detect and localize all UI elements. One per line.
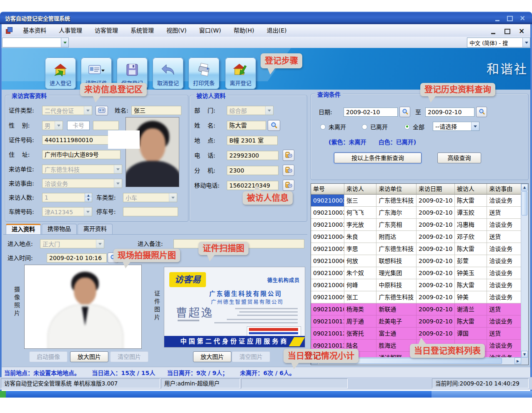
cell-unit[interactable]: 广东海尔 — [376, 207, 417, 219]
read-card-button[interactable] — [95, 106, 108, 115]
leave-register-button[interactable]: 离开登记 — [225, 58, 256, 89]
cell-visitor[interactable]: 朱个奴 — [344, 267, 377, 279]
cell-date[interactable]: 2009-02-10 — [417, 291, 455, 303]
card-no-input[interactable] — [93, 121, 119, 130]
cell-order-no[interactable]: 090210007 — [311, 267, 344, 279]
tab-leave-info[interactable]: 离开资料 — [78, 224, 113, 234]
cell-visitor[interactable]: 周于通 — [344, 315, 377, 328]
cell-unit[interactable]: 附而达 — [376, 231, 417, 243]
menu-basic-data[interactable]: 基本资料 — [17, 24, 53, 37]
header-date[interactable]: 来访日期 — [417, 184, 455, 195]
cell-date[interactable]: 2009-02-10 — [417, 219, 455, 231]
cell-order-no[interactable]: 090210012 — [311, 328, 344, 340]
cell-host[interactable]: 谭国 — [455, 328, 487, 340]
cell-unit[interactable]: 广东德生科技 — [376, 195, 417, 207]
cell-unit[interactable]: 广东德生科技 — [376, 291, 417, 303]
cell-host[interactable]: 陈大雷 — [455, 279, 487, 291]
cert-no-input[interactable]: 4401111980010 — [42, 135, 118, 145]
chevron-down-icon[interactable] — [61, 38, 68, 47]
location-input[interactable]: B幢 2301 室 — [227, 136, 278, 145]
tab-carried-items[interactable]: 携带物品 — [42, 224, 77, 234]
cell-reason[interactable]: 洽谈业务 — [487, 255, 521, 267]
table-row[interactable]: 090210011 周于通 赴美电子 2009-02-10 陈大雷 洽谈业务 — [311, 315, 521, 328]
gender-combo[interactable]: 男 — [42, 121, 63, 130]
menu-view[interactable]: 视图(V) — [160, 24, 193, 37]
phone-input[interactable]: 22992300 — [227, 151, 279, 160]
cell-reason[interactable]: 洽谈业务 — [487, 219, 521, 231]
cell-host[interactable]: 谭玉姣 — [455, 207, 487, 219]
search-host-button[interactable] — [268, 120, 280, 131]
mdi-restore-button[interactable] — [504, 28, 511, 34]
dial-phone-button[interactable] — [283, 150, 294, 161]
chevron-down-icon[interactable] — [55, 121, 63, 130]
table-row[interactable]: 090210006 何放 联想科技 2009-02-10 彭萱 洽谈业务 — [311, 255, 521, 267]
language-combo[interactable]: 中文 (简体) - 搜 — [467, 38, 530, 48]
cell-reason[interactable]: 洽谈业务 — [487, 243, 521, 255]
table-row[interactable]: 090210003 李光放 广东亮相 2009-02-10 冯惠梅 洽谈业务 — [311, 219, 521, 231]
requery-button[interactable]: 按以上条件重新查询 — [334, 153, 422, 163]
start-camera-button[interactable]: 启动摄像 — [29, 351, 68, 362]
plate-no-combo[interactable]: 津A12345 — [42, 207, 92, 216]
cert-type-combo[interactable]: 二代身份证 — [42, 106, 92, 115]
cell-host[interactable]: 冯惠梅 — [455, 219, 487, 231]
vertical-scrollbar[interactable]: ▲ ▼ — [521, 184, 528, 358]
table-row[interactable]: 090210004 朱良 附而达 2009-02-10 邓子欣 送货 — [311, 231, 521, 243]
parking-no-input[interactable] — [123, 207, 178, 216]
cell-date[interactable]: 2009-02-10 — [417, 303, 455, 315]
cell-unit[interactable]: 中原科技 — [376, 279, 417, 291]
cell-visitor[interactable]: 何飞飞 — [344, 207, 377, 219]
send-sms-button[interactable] — [283, 180, 294, 191]
cell-unit[interactable]: 新联通 — [376, 303, 417, 315]
entry-location-combo[interactable]: 正大门 — [40, 239, 104, 248]
scroll-right-icon[interactable]: ▶ — [514, 358, 521, 364]
clear-card-button[interactable]: 清空图片 — [232, 351, 270, 362]
cell-unit[interactable]: 理光集团 — [376, 267, 417, 279]
visitor-name-input[interactable]: 张三 — [131, 106, 181, 115]
tab-entry-info[interactable]: 进入资料 — [6, 224, 41, 234]
date-to-input[interactable]: 2009-02-10 — [425, 108, 474, 117]
cell-visitor[interactable]: 朱良 — [344, 231, 377, 243]
restore-button[interactable] — [506, 15, 514, 21]
chevron-down-icon[interactable] — [84, 106, 92, 115]
cell-order-no[interactable]: 090210006 — [311, 255, 344, 267]
print-receipt-button[interactable]: 打印凭条 — [188, 58, 219, 89]
cell-host[interactable]: 彭萱 — [455, 255, 487, 267]
cell-host[interactable]: 陈大雷 — [455, 243, 487, 255]
entry-time-input[interactable]: 2009-02-10 10:16 — [47, 253, 107, 263]
visit-reason-combo[interactable]: 洽谈业务 — [42, 179, 122, 188]
menu-system[interactable]: 系统管理 — [124, 24, 160, 37]
chevron-down-icon[interactable] — [522, 38, 530, 47]
cell-reason[interactable]: 洽谈业务 — [487, 340, 521, 352]
clear-photo-button[interactable]: 清空图片 — [110, 351, 148, 362]
cell-order-no[interactable]: 090210011 — [311, 315, 344, 328]
cell-reason[interactable]: 洽谈业务 — [487, 352, 521, 358]
cell-visitor[interactable]: 张三 — [344, 195, 377, 207]
date-from-picker-button[interactable] — [399, 107, 410, 117]
ext-input[interactable]: 2300 — [227, 166, 279, 175]
chevron-down-icon[interactable] — [114, 179, 122, 188]
cell-host[interactable]: 陈大雷 — [455, 195, 487, 207]
radio-left[interactable] — [362, 124, 367, 130]
enter-register-button[interactable]: 进入登记 — [45, 58, 76, 89]
header-visitor[interactable]: 来访人 — [344, 184, 377, 195]
cell-date[interactable]: 2009-02-10 — [417, 315, 455, 328]
cell-unit[interactable]: 联想科技 — [376, 255, 417, 267]
cell-visitor[interactable]: 何放 — [344, 255, 377, 267]
cell-date[interactable]: 2009-02-10 — [417, 231, 455, 243]
mobile-input[interactable]: 15602210349 — [227, 181, 279, 190]
cell-date[interactable]: 2009-02-10 — [417, 195, 455, 207]
advanced-query-button[interactable]: 高级查询 — [437, 153, 481, 163]
cancel-register-button[interactable]: 取消登记 — [153, 58, 183, 89]
chevron-down-icon[interactable] — [265, 106, 273, 115]
filter-combo[interactable]: --请选择 — [433, 122, 479, 131]
date-to-picker-button[interactable] — [476, 107, 487, 117]
cell-reason[interactable]: 洽谈业务 — [487, 291, 521, 303]
cell-reason[interactable]: 送货 — [487, 207, 521, 219]
chevron-down-icon[interactable] — [96, 240, 104, 248]
cell-order-no[interactable]: 090210010 — [311, 303, 344, 315]
table-row[interactable]: 090210009 张工 广东德生科技 2009-02-10 钟美 洽谈业务 — [311, 291, 521, 303]
cell-reason[interactable]: 洽谈业务 — [487, 195, 521, 207]
host-name-input[interactable]: 陈大雷 — [227, 121, 266, 130]
table-row[interactable]: 090210012 张寄托 富士通 2009-02-10 谭国 送货 — [311, 328, 521, 340]
cell-order-no[interactable]: 090210005 — [311, 243, 344, 255]
